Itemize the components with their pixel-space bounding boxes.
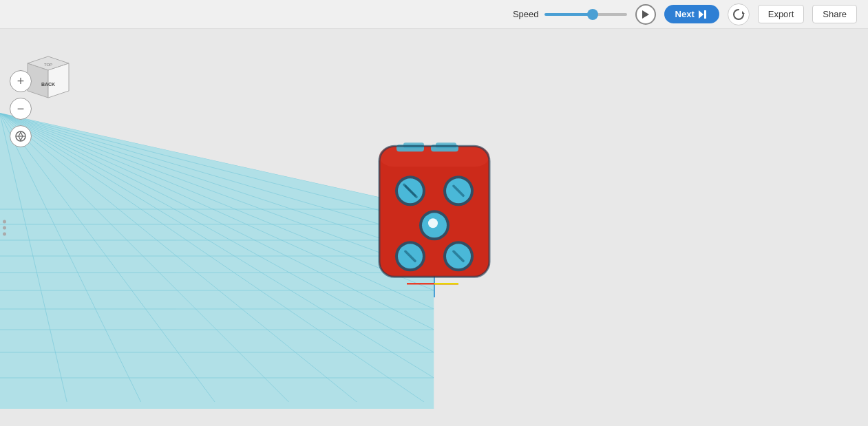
svg-text:TOP: TOP (44, 63, 52, 67)
fit-view-button[interactable] (10, 125, 32, 147)
next-button-label: Next (675, 9, 695, 19)
svg-text:BACK: BACK (41, 82, 55, 87)
viewport: TOP BACK + − (0, 29, 868, 426)
dice-container (359, 139, 510, 300)
svg-rect-2 (704, 10, 706, 19)
side-controls: + − (10, 70, 32, 147)
dice-svg (359, 139, 510, 297)
speed-label: Speed (513, 9, 539, 19)
zoom-out-button[interactable]: − (10, 98, 32, 120)
dot-1 (3, 220, 6, 223)
reset-icon (732, 8, 745, 21)
speed-section: Speed (513, 9, 627, 19)
zoom-in-icon: + (17, 75, 25, 87)
fit-view-icon (14, 130, 27, 142)
play-button[interactable] (635, 4, 656, 25)
dot-3 (3, 232, 6, 235)
dot-2 (3, 226, 6, 229)
export-button[interactable]: Export (758, 5, 805, 23)
next-button[interactable]: Next (664, 5, 719, 23)
next-icon (699, 10, 708, 19)
svg-marker-1 (699, 10, 703, 19)
svg-marker-0 (642, 10, 649, 19)
zoom-out-icon: − (17, 103, 25, 115)
play-icon (642, 10, 649, 19)
speed-slider[interactable] (544, 13, 627, 16)
svg-point-69 (428, 218, 438, 228)
share-button[interactable]: Share (812, 5, 857, 23)
toolbar: Speed Next Export Share (0, 0, 868, 29)
svg-marker-3 (742, 11, 745, 14)
zoom-in-button[interactable]: + (10, 70, 32, 92)
dots-indicator (3, 220, 6, 235)
reset-button[interactable] (728, 3, 750, 25)
